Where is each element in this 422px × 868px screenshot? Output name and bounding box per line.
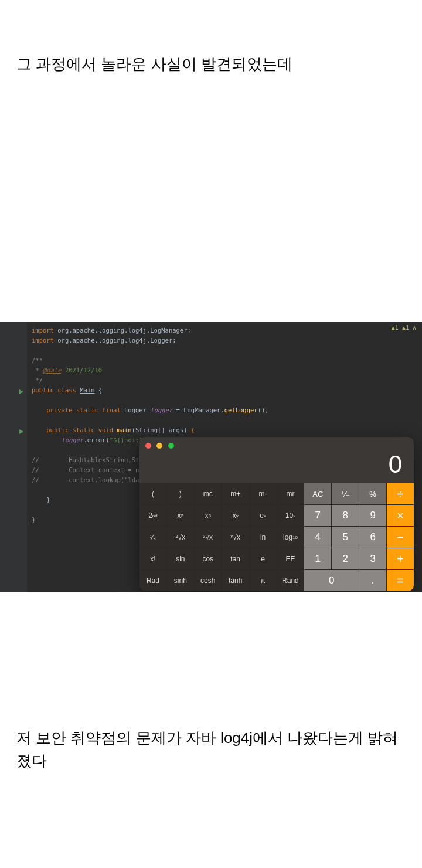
calc-key-5[interactable]: 5 bbox=[332, 527, 359, 548]
calc-key-mr[interactable]: mr bbox=[277, 483, 304, 504]
calc-key-[interactable]: ⁺∕₋ bbox=[332, 483, 359, 504]
calc-key-m[interactable]: m- bbox=[250, 483, 277, 504]
calc-key-cosh[interactable]: cosh bbox=[195, 570, 222, 591]
minimize-icon[interactable] bbox=[156, 443, 162, 449]
calc-key-8[interactable]: 8 bbox=[332, 505, 359, 526]
calc-key-ln[interactable]: ln bbox=[250, 527, 277, 548]
calculator-app: 0 ()mcm+m-mrAC⁺∕₋%÷2ndx2x3xyex10x789×¹∕ₓ… bbox=[139, 437, 414, 591]
calc-key-Rad[interactable]: Rad bbox=[139, 570, 166, 591]
calc-key-sin[interactable]: sin bbox=[167, 548, 194, 569]
run-gutter-icon[interactable] bbox=[19, 389, 23, 394]
calc-key-[interactable]: % bbox=[359, 483, 386, 504]
calc-key-[interactable]: × bbox=[387, 505, 414, 526]
calc-key-3[interactable]: 3 bbox=[359, 548, 386, 569]
calc-key-x[interactable]: x! bbox=[139, 548, 166, 569]
article-paragraph-bottom: 저 보안 취약점의 문제가 자바 log4j에서 나왔다는게 밝혀졌다 bbox=[0, 727, 422, 772]
calc-key-x[interactable]: ²√x bbox=[167, 527, 194, 548]
calc-key-[interactable]: ÷ bbox=[387, 483, 414, 504]
window-titlebar[interactable] bbox=[139, 437, 414, 451]
calc-key-[interactable]: = bbox=[387, 570, 414, 591]
calc-key-mc[interactable]: mc bbox=[195, 483, 222, 504]
calc-key-EE[interactable]: EE bbox=[277, 548, 304, 569]
calc-key-AC[interactable]: AC bbox=[304, 483, 331, 504]
close-icon[interactable] bbox=[145, 443, 151, 449]
calc-key-sinh[interactable]: sinh bbox=[167, 570, 194, 591]
ide-editor: ▲1 ▲1 ∧ import org.apache.logging.log4j.… bbox=[0, 322, 422, 592]
calc-key-[interactable]: ) bbox=[167, 483, 194, 504]
calc-key-10x[interactable]: 10x bbox=[277, 505, 304, 526]
zoom-icon[interactable] bbox=[168, 443, 174, 449]
calc-key-2[interactable]: 2 bbox=[332, 548, 359, 569]
ide-gutter bbox=[0, 322, 27, 592]
run-gutter-icon[interactable] bbox=[19, 429, 23, 434]
calc-key-[interactable]: . bbox=[359, 570, 386, 591]
article-paragraph-top: 그 과정에서 놀라운 사실이 발견되었는데 bbox=[0, 53, 422, 76]
calc-keypad: ()mcm+m-mrAC⁺∕₋%÷2ndx2x3xyex10x789×¹∕ₓ²√… bbox=[139, 483, 414, 591]
calc-key-7[interactable]: 7 bbox=[304, 505, 331, 526]
calc-key-e[interactable]: e bbox=[250, 548, 277, 569]
calc-key-x2[interactable]: x2 bbox=[167, 505, 194, 526]
calc-key-tanh[interactable]: tanh bbox=[222, 570, 249, 591]
calc-key-9[interactable]: 9 bbox=[359, 505, 386, 526]
calc-key-[interactable]: ¹∕ₓ bbox=[139, 527, 166, 548]
calc-key-4[interactable]: 4 bbox=[304, 527, 331, 548]
calc-key-Rand[interactable]: Rand bbox=[277, 570, 304, 591]
calc-key-x[interactable]: ʸ√x bbox=[222, 527, 249, 548]
calc-key-[interactable]: − bbox=[387, 527, 414, 548]
calc-key-tan[interactable]: tan bbox=[222, 548, 249, 569]
calc-key-ex[interactable]: ex bbox=[250, 505, 277, 526]
calc-key-[interactable]: π bbox=[250, 570, 277, 591]
calc-key-x[interactable]: ³√x bbox=[195, 527, 222, 548]
calc-key-x3[interactable]: x3 bbox=[195, 505, 222, 526]
calc-key-xy[interactable]: xy bbox=[222, 505, 249, 526]
ide-inspections-status: ▲1 ▲1 ∧ bbox=[392, 324, 416, 331]
calc-key-[interactable]: ( bbox=[139, 483, 166, 504]
calc-key-6[interactable]: 6 bbox=[359, 527, 386, 548]
calc-key-2nd[interactable]: 2nd bbox=[139, 505, 166, 526]
calc-key-m[interactable]: m+ bbox=[222, 483, 249, 504]
calc-key-1[interactable]: 1 bbox=[304, 548, 331, 569]
calc-key-0[interactable]: 0 bbox=[304, 570, 359, 591]
calc-key-log10[interactable]: log10 bbox=[277, 527, 304, 548]
calc-display: 0 bbox=[139, 451, 414, 483]
calc-key-cos[interactable]: cos bbox=[195, 548, 222, 569]
calc-key-[interactable]: + bbox=[387, 548, 414, 569]
